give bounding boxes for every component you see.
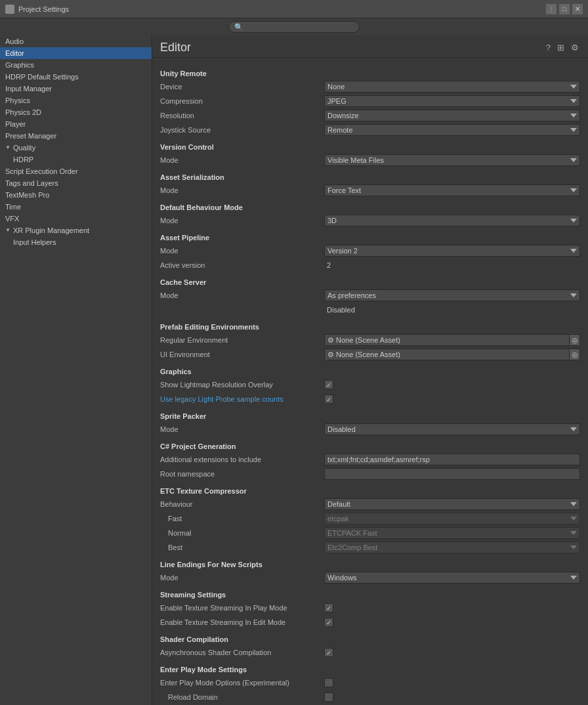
section-asset-serialization: Asset Serialization <box>160 173 580 181</box>
compression-dropdown[interactable]: JPEG <box>324 95 580 107</box>
row-db-mode: Mode 3D 2D <box>160 214 580 227</box>
section-cache-server: Cache Server <box>160 278 580 286</box>
sidebar-item-tags-layers[interactable]: Tags and Layers <box>0 177 152 189</box>
joystick-source-dropdown[interactable]: Remote <box>324 124 580 136</box>
cs-mode-dropdown[interactable]: As preferences <box>324 289 580 301</box>
sidebar-item-audio[interactable]: Audio <box>0 35 152 47</box>
sidebar-item-graphics[interactable]: Graphics <box>0 59 152 71</box>
sidebar-item-physics[interactable]: Physics <box>0 95 152 106</box>
tex-stream-play-checkbox[interactable] <box>324 603 333 612</box>
section-version-control: Version Control <box>160 143 580 151</box>
row-ui-env: UI Environment ⚙ None (Scene Asset) ◎ <box>160 348 580 361</box>
window-title: Project Settings <box>18 5 546 13</box>
light-probe-checkbox[interactable] <box>324 395 333 404</box>
window-controls: ⋮ □ ✕ <box>546 4 583 14</box>
maximize-button[interactable]: □ <box>559 4 570 14</box>
lightmap-overlay-checkbox[interactable] <box>324 380 333 389</box>
row-regular-env: Regular Environment ⚙ None (Scene Asset)… <box>160 333 580 347</box>
row-vc-mode: Mode Visible Meta Files <box>160 154 580 167</box>
ui-env-btn[interactable]: ◎ <box>569 349 579 360</box>
ext-include-input[interactable] <box>324 454 580 465</box>
async-shader-checkbox[interactable] <box>324 648 333 657</box>
settings-layout-button[interactable]: ⊞ <box>556 41 566 54</box>
settings-content: Unity Remote Device None Compression JPE… <box>152 58 588 705</box>
etc-fast-dropdown: etcpak <box>324 513 580 524</box>
row-async-shader: Asynchronous Shader Compilation <box>160 646 580 659</box>
row-device: Device None <box>160 80 580 93</box>
close-button[interactable]: ✕ <box>572 4 583 14</box>
section-sprite-packer: Sprite Packer <box>160 412 580 420</box>
sidebar-item-textmesh-pro[interactable]: TextMesh Pro <box>0 189 152 201</box>
title-bar: Project Settings ⋮ □ ✕ <box>0 0 588 18</box>
quality-arrow: ▼ <box>5 142 10 154</box>
settings-button[interactable]: ⚙ <box>570 41 580 54</box>
row-tex-stream-edit: Enable Texture Streaming In Edit Mode <box>160 616 580 629</box>
section-unity-remote: Unity Remote <box>160 70 580 77</box>
row-ap-mode: Mode Version 2 <box>160 244 580 257</box>
section-prefab-editing: Prefab Editing Environments <box>160 323 580 331</box>
row-cs-mode: Mode As preferences <box>160 289 580 302</box>
section-shader-compilation: Shader Compilation <box>160 635 580 643</box>
sidebar-item-script-execution[interactable]: Script Execution Order <box>0 165 152 177</box>
section-etc-texture: ETC Texture Compressor <box>160 487 580 495</box>
light-probe-link[interactable]: Use legacy Light Probe sample counts <box>160 395 284 403</box>
sidebar-item-preset-manager[interactable]: Preset Manager <box>0 130 152 142</box>
sidebar-item-vfx[interactable]: VFX <box>0 213 152 224</box>
section-asset-pipeline: Asset Pipeline <box>160 234 580 242</box>
search-input[interactable] <box>228 21 360 33</box>
page-title: Editor <box>160 41 191 54</box>
header-icons: ? ⊞ ⚙ <box>545 41 580 54</box>
row-etc-normal: Normal ETCPACK Fast <box>160 526 580 540</box>
le-mode-dropdown[interactable]: Windows Unix OS Native <box>324 572 580 584</box>
active-version-value: 2 <box>324 261 333 269</box>
sp-mode-dropdown[interactable]: Disabled Enabled for Builds Always Enabl… <box>324 423 580 435</box>
row-etc-fast: Fast etcpak <box>160 512 580 525</box>
regular-env-picker[interactable]: ⚙ None (Scene Asset) ◎ <box>324 334 580 346</box>
main-layout: Audio Editor Graphics HDRP Default Setti… <box>0 35 588 705</box>
sidebar-item-time[interactable]: Time <box>0 201 152 213</box>
vc-mode-dropdown[interactable]: Visible Meta Files <box>324 154 580 166</box>
device-dropdown[interactable]: None <box>324 81 580 93</box>
reload-domain-checkbox[interactable] <box>324 693 333 702</box>
row-compression: Compression JPEG <box>160 95 580 108</box>
row-light-probe: Use legacy Light Probe sample counts <box>160 393 580 406</box>
regular-env-value: ⚙ None (Scene Asset) <box>325 336 569 345</box>
resolution-dropdown[interactable]: Downsize <box>324 110 580 121</box>
sidebar-item-xr-plugin[interactable]: ▼XR Plugin Management <box>0 224 152 236</box>
row-tex-stream-play: Enable Texture Streaming In Play Mode <box>160 601 580 614</box>
sidebar-item-player[interactable]: Player <box>0 118 152 130</box>
section-play-mode: Enter Play Mode Settings <box>160 666 580 673</box>
root-namespace-input[interactable] <box>324 468 580 480</box>
row-le-mode: Mode Windows Unix OS Native <box>160 571 580 584</box>
row-etc-best: Best Etc2Comp Best <box>160 541 580 554</box>
sidebar-item-editor[interactable]: Editor <box>0 47 152 59</box>
row-etc-behaviour: Behaviour Default <box>160 498 580 511</box>
sidebar-item-hdrp-default[interactable]: HDRP Default Settings <box>0 71 152 83</box>
xr-arrow: ▼ <box>5 224 10 236</box>
content-area: Editor ? ⊞ ⚙ Unity Remote Device None Co… <box>152 35 588 705</box>
ap-mode-dropdown[interactable]: Version 2 <box>324 245 580 257</box>
section-line-endings: Line Endings For New Scripts <box>160 561 580 568</box>
sidebar-item-hdrp[interactable]: HDRP <box>0 154 152 165</box>
row-root-namespace: Root namespace <box>160 467 580 481</box>
cs-status-value: Disabled <box>324 306 358 314</box>
menu-button[interactable]: ⋮ <box>546 4 556 14</box>
play-mode-options-checkbox[interactable] <box>324 678 333 687</box>
ui-env-picker[interactable]: ⚙ None (Scene Asset) ◎ <box>324 349 580 360</box>
section-graphics: Graphics <box>160 368 580 375</box>
row-sp-mode: Mode Disabled Enabled for Builds Always … <box>160 423 580 436</box>
as-mode-dropdown[interactable]: Force Text <box>324 184 580 196</box>
help-button[interactable]: ? <box>545 41 552 54</box>
sidebar-item-input-manager[interactable]: Input Manager <box>0 83 152 95</box>
regular-env-btn[interactable]: ◎ <box>569 335 579 345</box>
row-joystick-source: Joystick Source Remote <box>160 123 580 137</box>
search-bar <box>0 18 588 35</box>
sidebar-item-quality[interactable]: ▼Quality <box>0 142 152 154</box>
db-mode-dropdown[interactable]: 3D 2D <box>324 215 580 226</box>
sidebar-item-physics2d[interactable]: Physics 2D <box>0 106 152 118</box>
sidebar-item-input-helpers[interactable]: Input Helpers <box>0 236 152 248</box>
app-icon <box>5 5 14 14</box>
etc-behaviour-dropdown[interactable]: Default <box>324 498 580 510</box>
tex-stream-edit-checkbox[interactable] <box>324 618 333 627</box>
content-header: Editor ? ⊞ ⚙ <box>152 35 588 58</box>
